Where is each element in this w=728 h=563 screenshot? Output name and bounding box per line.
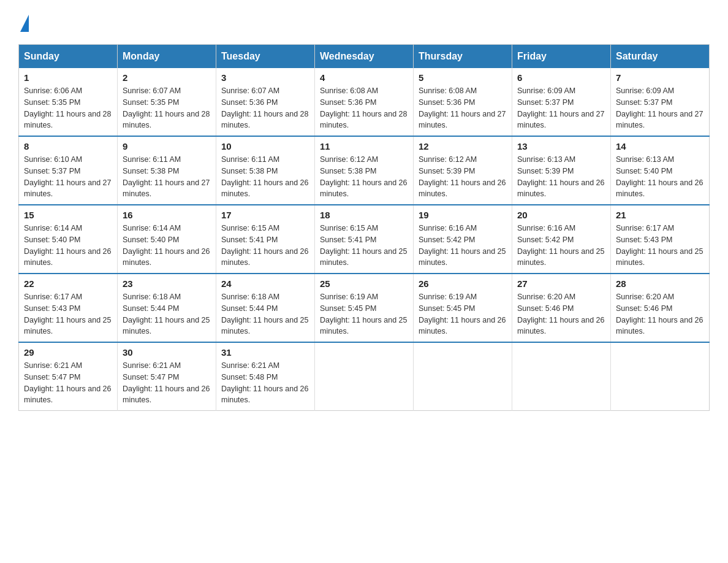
- calendar-day-header: Saturday: [611, 45, 710, 69]
- calendar-day-cell: 21 Sunrise: 6:17 AM Sunset: 5:43 PM Dayl…: [611, 205, 710, 274]
- calendar-day-cell: [414, 342, 512, 411]
- day-number: 21: [616, 210, 704, 220]
- day-number: 2: [123, 72, 211, 83]
- day-info: Sunrise: 6:15 AM Sunset: 5:41 PM Dayligh…: [221, 223, 309, 269]
- day-number: 25: [320, 278, 408, 289]
- day-info: Sunrise: 6:07 AM Sunset: 5:35 PM Dayligh…: [123, 85, 211, 131]
- calendar-week-row: 22 Sunrise: 6:17 AM Sunset: 5:43 PM Dayl…: [19, 274, 710, 342]
- day-number: 14: [616, 141, 704, 151]
- calendar-day-header: Sunday: [19, 45, 118, 69]
- calendar-day-cell: 20 Sunrise: 6:16 AM Sunset: 5:42 PM Dayl…: [512, 205, 611, 274]
- calendar-day-cell: 23 Sunrise: 6:18 AM Sunset: 5:44 PM Dayl…: [118, 274, 216, 342]
- calendar-week-row: 8 Sunrise: 6:10 AM Sunset: 5:37 PM Dayli…: [19, 136, 710, 205]
- day-info: Sunrise: 6:10 AM Sunset: 5:37 PM Dayligh…: [24, 154, 112, 200]
- day-number: 17: [221, 210, 309, 220]
- day-number: 19: [419, 210, 507, 220]
- day-info: Sunrise: 6:08 AM Sunset: 5:36 PM Dayligh…: [320, 85, 408, 131]
- calendar-day-cell: 19 Sunrise: 6:16 AM Sunset: 5:42 PM Dayl…: [414, 205, 512, 274]
- day-number: 20: [517, 210, 605, 220]
- day-info: Sunrise: 6:09 AM Sunset: 5:37 PM Dayligh…: [616, 85, 704, 131]
- calendar-header-row: SundayMondayTuesdayWednesdayThursdayFrid…: [19, 45, 710, 69]
- day-number: 7: [616, 72, 704, 83]
- day-number: 15: [24, 210, 112, 220]
- day-number: 11: [320, 141, 408, 151]
- calendar-day-cell: 25 Sunrise: 6:19 AM Sunset: 5:45 PM Dayl…: [315, 274, 414, 342]
- day-info: Sunrise: 6:15 AM Sunset: 5:41 PM Dayligh…: [320, 223, 408, 269]
- day-info: Sunrise: 6:08 AM Sunset: 5:36 PM Dayligh…: [419, 85, 507, 131]
- calendar-table: SundayMondayTuesdayWednesdayThursdayFrid…: [18, 44, 710, 411]
- day-number: 16: [123, 210, 211, 220]
- calendar-day-cell: 22 Sunrise: 6:17 AM Sunset: 5:43 PM Dayl…: [19, 274, 118, 342]
- calendar-day-cell: 11 Sunrise: 6:12 AM Sunset: 5:38 PM Dayl…: [315, 136, 414, 205]
- logo-triangle-icon: [20, 15, 29, 32]
- calendar-day-cell: 31 Sunrise: 6:21 AM Sunset: 5:48 PM Dayl…: [216, 342, 315, 411]
- day-info: Sunrise: 6:19 AM Sunset: 5:45 PM Dayligh…: [320, 291, 408, 337]
- day-info: Sunrise: 6:14 AM Sunset: 5:40 PM Dayligh…: [24, 223, 112, 269]
- calendar-day-header: Wednesday: [315, 45, 414, 69]
- day-info: Sunrise: 6:20 AM Sunset: 5:46 PM Dayligh…: [616, 291, 704, 337]
- calendar-day-cell: 14 Sunrise: 6:13 AM Sunset: 5:40 PM Dayl…: [611, 136, 710, 205]
- day-info: Sunrise: 6:17 AM Sunset: 5:43 PM Dayligh…: [616, 223, 704, 269]
- logo: [18, 12, 29, 32]
- day-info: Sunrise: 6:19 AM Sunset: 5:45 PM Dayligh…: [419, 291, 507, 337]
- calendar-day-header: Tuesday: [216, 45, 315, 69]
- day-number: 22: [24, 278, 112, 289]
- calendar-day-cell: 10 Sunrise: 6:11 AM Sunset: 5:38 PM Dayl…: [216, 136, 315, 205]
- day-number: 26: [419, 278, 507, 289]
- calendar-week-row: 29 Sunrise: 6:21 AM Sunset: 5:47 PM Dayl…: [19, 342, 710, 411]
- day-number: 8: [24, 141, 112, 151]
- calendar-day-cell: 30 Sunrise: 6:21 AM Sunset: 5:47 PM Dayl…: [118, 342, 216, 411]
- calendar-day-cell: 4 Sunrise: 6:08 AM Sunset: 5:36 PM Dayli…: [315, 68, 414, 136]
- calendar-day-cell: 6 Sunrise: 6:09 AM Sunset: 5:37 PM Dayli…: [512, 68, 611, 136]
- calendar-week-row: 1 Sunrise: 6:06 AM Sunset: 5:35 PM Dayli…: [19, 68, 710, 136]
- day-number: 6: [517, 72, 605, 83]
- calendar-day-cell: [315, 342, 414, 411]
- calendar-day-cell: 13 Sunrise: 6:13 AM Sunset: 5:39 PM Dayl…: [512, 136, 611, 205]
- calendar-day-cell: 16 Sunrise: 6:14 AM Sunset: 5:40 PM Dayl…: [118, 205, 216, 274]
- calendar-day-cell: 12 Sunrise: 6:12 AM Sunset: 5:39 PM Dayl…: [414, 136, 512, 205]
- day-info: Sunrise: 6:13 AM Sunset: 5:39 PM Dayligh…: [517, 154, 605, 200]
- calendar-day-header: Thursday: [414, 45, 512, 69]
- day-info: Sunrise: 6:18 AM Sunset: 5:44 PM Dayligh…: [221, 291, 309, 337]
- calendar-day-cell: 2 Sunrise: 6:07 AM Sunset: 5:35 PM Dayli…: [118, 68, 216, 136]
- day-number: 29: [24, 347, 112, 358]
- calendar-day-cell: 27 Sunrise: 6:20 AM Sunset: 5:46 PM Dayl…: [512, 274, 611, 342]
- day-info: Sunrise: 6:16 AM Sunset: 5:42 PM Dayligh…: [419, 223, 507, 269]
- calendar-day-header: Monday: [118, 45, 216, 69]
- calendar-day-cell: 18 Sunrise: 6:15 AM Sunset: 5:41 PM Dayl…: [315, 205, 414, 274]
- calendar-day-cell: [512, 342, 611, 411]
- day-info: Sunrise: 6:09 AM Sunset: 5:37 PM Dayligh…: [517, 85, 605, 131]
- day-number: 24: [221, 278, 309, 289]
- calendar-day-cell: 15 Sunrise: 6:14 AM Sunset: 5:40 PM Dayl…: [19, 205, 118, 274]
- page-header: [18, 12, 710, 32]
- day-info: Sunrise: 6:12 AM Sunset: 5:39 PM Dayligh…: [419, 154, 507, 200]
- day-number: 10: [221, 141, 309, 151]
- calendar-day-cell: 3 Sunrise: 6:07 AM Sunset: 5:36 PM Dayli…: [216, 68, 315, 136]
- calendar-day-cell: 7 Sunrise: 6:09 AM Sunset: 5:37 PM Dayli…: [611, 68, 710, 136]
- day-info: Sunrise: 6:14 AM Sunset: 5:40 PM Dayligh…: [123, 223, 211, 269]
- calendar-day-cell: [611, 342, 710, 411]
- day-number: 9: [123, 141, 211, 151]
- calendar-day-cell: 8 Sunrise: 6:10 AM Sunset: 5:37 PM Dayli…: [19, 136, 118, 205]
- day-info: Sunrise: 6:21 AM Sunset: 5:47 PM Dayligh…: [123, 360, 211, 406]
- calendar-day-cell: 26 Sunrise: 6:19 AM Sunset: 5:45 PM Dayl…: [414, 274, 512, 342]
- day-info: Sunrise: 6:13 AM Sunset: 5:40 PM Dayligh…: [616, 154, 704, 200]
- calendar-day-cell: 1 Sunrise: 6:06 AM Sunset: 5:35 PM Dayli…: [19, 68, 118, 136]
- day-info: Sunrise: 6:06 AM Sunset: 5:35 PM Dayligh…: [24, 85, 112, 131]
- calendar-day-cell: 24 Sunrise: 6:18 AM Sunset: 5:44 PM Dayl…: [216, 274, 315, 342]
- day-number: 27: [517, 278, 605, 289]
- calendar-day-cell: 28 Sunrise: 6:20 AM Sunset: 5:46 PM Dayl…: [611, 274, 710, 342]
- day-number: 4: [320, 72, 408, 83]
- day-number: 1: [24, 72, 112, 83]
- day-info: Sunrise: 6:17 AM Sunset: 5:43 PM Dayligh…: [24, 291, 112, 337]
- day-number: 18: [320, 210, 408, 220]
- calendar-day-cell: 9 Sunrise: 6:11 AM Sunset: 5:38 PM Dayli…: [118, 136, 216, 205]
- day-number: 12: [419, 141, 507, 151]
- day-number: 13: [517, 141, 605, 151]
- day-number: 30: [123, 347, 211, 358]
- day-number: 28: [616, 278, 704, 289]
- calendar-day-cell: 5 Sunrise: 6:08 AM Sunset: 5:36 PM Dayli…: [414, 68, 512, 136]
- day-info: Sunrise: 6:21 AM Sunset: 5:48 PM Dayligh…: [221, 360, 309, 406]
- day-info: Sunrise: 6:18 AM Sunset: 5:44 PM Dayligh…: [123, 291, 211, 337]
- day-info: Sunrise: 6:12 AM Sunset: 5:38 PM Dayligh…: [320, 154, 408, 200]
